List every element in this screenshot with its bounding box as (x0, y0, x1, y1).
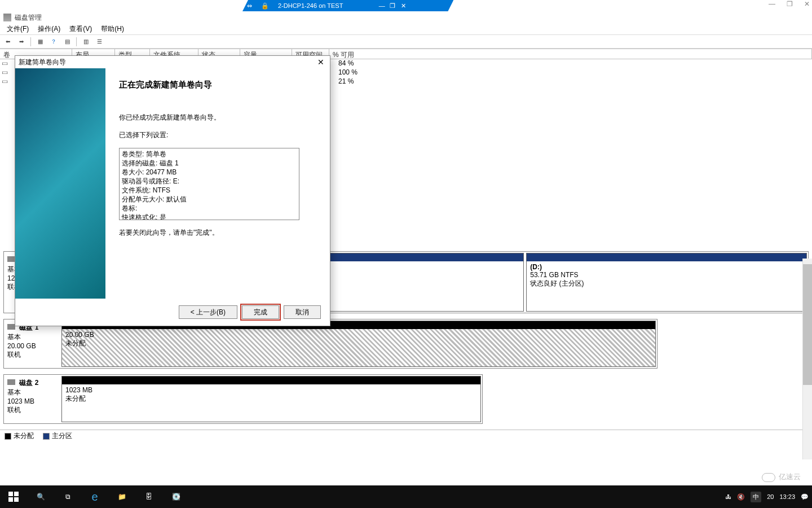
unalloc-label: 未分配 (65, 339, 86, 347)
unalloc-label: 未分配 (65, 395, 86, 402)
setting-row: 快速格式化: 是 (122, 213, 297, 220)
wizard-button-row: < 上一步(B) 完成 取消 (15, 299, 330, 326)
pin-icon[interactable]: ⇔ (247, 2, 255, 10)
wizard-close-hint: 若要关闭此向导，请单击"完成"。 (119, 228, 316, 238)
disk-label[interactable]: 磁盘 2 基本 1023 MB 联机 (4, 375, 60, 423)
toolbar-separator (76, 37, 77, 46)
setting-row: 卷类型: 简单卷 (122, 150, 297, 159)
remote-restore-button[interactable]: ❐ (387, 2, 398, 10)
volume-icon: ▭ (0, 68, 9, 77)
watermark-logo-icon (762, 473, 775, 482)
disk-state: 联机 (7, 406, 21, 414)
unalloc-size: 20.00 GB (65, 331, 94, 339)
wizard-cancel-button[interactable]: 取消 (284, 305, 321, 319)
partition-header (527, 253, 806, 261)
legend-primary: 主分区 (52, 432, 72, 440)
svg-rect-1 (14, 492, 19, 496)
partition-status: 状态良好 (主分区) (530, 279, 584, 287)
host-maximize-button[interactable]: ❐ (787, 0, 793, 8)
disk-name: 磁盘 2 (19, 379, 38, 387)
search-button[interactable]: 🔍 (27, 485, 54, 508)
host-close-button[interactable]: ✕ (804, 0, 810, 8)
legend-swatch-primary (43, 433, 50, 440)
wizard-selected-label: 已选择下列设置: (119, 130, 316, 140)
col-pctfree[interactable]: % 可用 (329, 49, 812, 59)
new-simple-volume-wizard: 新建简单卷向导 ✕ 正在完成新建简单卷向导 你已经成功完成新建简单卷向导。 已选… (15, 55, 330, 326)
layout-button[interactable]: ▦ (34, 37, 46, 47)
tray-notifications-icon[interactable]: 💬 (801, 493, 809, 501)
remote-minimize-button[interactable]: — (377, 2, 387, 10)
start-button[interactable] (0, 485, 27, 508)
legend-swatch-unalloc (5, 433, 11, 440)
back-button[interactable]: ⬅ (2, 37, 14, 47)
taskbar-ie-icon[interactable]: e (81, 485, 108, 508)
svg-rect-0 (8, 492, 13, 496)
host-minimize-button[interactable]: — (769, 0, 775, 8)
partition-d[interactable]: (D:) 53.71 GB NTFS 状态良好 (主分区) (526, 253, 807, 312)
setting-row: 卷大小: 20477 MB (122, 168, 297, 177)
tray-ime[interactable]: 中 (751, 492, 761, 502)
disk-type: 基本 (7, 388, 21, 396)
properties-button[interactable]: ▤ (61, 37, 73, 47)
menu-action[interactable]: 操作(A) (33, 23, 65, 35)
system-tray: 🖧 🔇 中 20 13:23 💬 (725, 492, 812, 502)
setting-row: 选择的磁盘: 磁盘 1 (122, 159, 297, 168)
refresh-button[interactable]: ▥ (80, 37, 91, 47)
wizard-sidebar-image (15, 68, 105, 299)
setting-row: 驱动器号或路径: E: (122, 177, 297, 186)
menu-file[interactable]: 文件(F) (2, 23, 33, 35)
legend-unalloc: 未分配 (14, 432, 34, 440)
disk-type: 基本 (7, 333, 21, 341)
svg-rect-3 (14, 497, 19, 502)
wizard-done-message: 你已经成功完成新建简单卷向导。 (119, 113, 316, 122)
menu-help[interactable]: 帮助(H) (96, 23, 129, 35)
diskpane-scrollbar[interactable] (802, 259, 812, 459)
wizard-back-button[interactable]: < 上一步(B) (179, 305, 237, 319)
partition-unallocated[interactable]: 1023 MB 未分配 (61, 376, 481, 422)
disk-mgmt-icon (3, 14, 11, 21)
disk-state: 联机 (7, 351, 21, 358)
toolbar: ⬅ ➡ ▦ ？ ▤ ▥ ☰ (0, 35, 812, 49)
wizard-finish-button[interactable]: 完成 (242, 305, 279, 319)
wizard-settings-list[interactable]: 卷类型: 简单卷 选择的磁盘: 磁盘 1 卷大小: 20477 MB 驱动器号或… (119, 148, 299, 220)
wizard-content: 正在完成新建简单卷向导 你已经成功完成新建简单卷向导。 已选择下列设置: 卷类型… (105, 68, 330, 299)
disk-size: 20.00 GB (7, 342, 36, 350)
volume-icon: ▭ (0, 59, 9, 68)
disk-row-2: 磁盘 2 基本 1023 MB 联机 1023 MB 未分配 (3, 374, 483, 424)
taskbar-server-manager-icon[interactable]: 🗄 (135, 485, 162, 508)
app-title-text: 磁盘管理 (15, 13, 42, 23)
volume-pct-free: 100 % (338, 68, 358, 77)
host-titlebar: ⇔ 🔒 2-DHCP1-246 on TEST — ❐ ✕ — ❐ ✕ (0, 0, 812, 11)
volume-pct-free: 84 % (338, 59, 354, 68)
wizard-heading: 正在完成新建简单卷向导 (119, 80, 316, 90)
remote-session-title: 2-DHCP1-246 on TEST (278, 2, 343, 9)
setting-row: 分配单元大小: 默认值 (122, 195, 297, 204)
wizard-title: 新建简单卷向导 (19, 58, 66, 67)
disk-icon (7, 324, 15, 330)
tray-time[interactable]: 13:23 (779, 493, 795, 500)
disk-label[interactable]: 磁盘 1 基本 20.00 GB 联机 (4, 319, 60, 368)
partition-size-fs: 53.71 GB NTFS (530, 271, 578, 279)
taskbar-diskmgmt-icon[interactable]: 💽 (162, 485, 189, 508)
tray-volume-icon[interactable]: 🔇 (737, 493, 745, 501)
wizard-titlebar[interactable]: 新建简单卷向导 ✕ (15, 56, 330, 68)
forward-button[interactable]: ➡ (16, 37, 27, 47)
remote-close-button[interactable]: ✕ (398, 2, 408, 10)
taskbar-explorer-icon[interactable]: 📁 (108, 485, 135, 508)
task-view-button[interactable]: ⧉ (54, 485, 81, 508)
tray-network-icon[interactable]: 🖧 (725, 493, 731, 500)
menu-view[interactable]: 查看(V) (65, 23, 96, 35)
partition-unallocated[interactable]: 20.00 GB 未分配 (61, 321, 656, 367)
disk-icon (7, 379, 15, 385)
tray-date[interactable]: 20 (767, 493, 774, 500)
wizard-close-button[interactable]: ✕ (315, 58, 326, 67)
app-titlebar: 磁盘管理 (0, 11, 812, 24)
list-button[interactable]: ☰ (94, 37, 105, 47)
disk-icon (7, 256, 15, 262)
taskbar: 🔍 ⧉ e 📁 🗄 💽 🖧 🔇 中 20 13:23 💬 (0, 485, 812, 508)
legend: 未分配 主分区 (0, 430, 812, 442)
help-button[interactable]: ？ (48, 37, 59, 47)
host-window-controls: — ❐ ✕ (769, 0, 810, 8)
watermark: 亿速云 (762, 472, 801, 482)
toolbar-separator (30, 37, 31, 46)
